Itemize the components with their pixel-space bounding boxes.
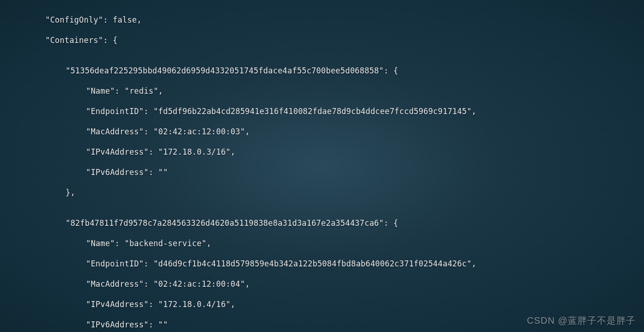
json-line: "MacAddress": "02:42:ac:12:00:03", xyxy=(0,127,644,137)
json-line: "Containers": { xyxy=(0,35,644,45)
json-line: "Name": "backend-service", xyxy=(0,238,644,248)
watermark-text: CSDN @蓝胖子不是胖子 xyxy=(527,315,636,326)
terminal-output: "ConfigOnly": false, "Containers": { "51… xyxy=(0,0,644,332)
json-line: "IPv4Address": "172.18.0.4/16", xyxy=(0,299,644,309)
json-line: "Name": "redis", xyxy=(0,86,644,96)
container-id: "82fb47811f7d9578c7a284563326d4620a51198… xyxy=(0,218,644,228)
json-line: "ConfigOnly": false, xyxy=(0,15,644,25)
container-id: "51356deaf225295bbd49062d6959d4332051745… xyxy=(0,66,644,76)
json-line: "IPv6Address": "" xyxy=(0,167,644,177)
json-line: "EndpointID": "d46d9cf1b4c4118d579859e4b… xyxy=(0,259,644,269)
json-line: "MacAddress": "02:42:ac:12:00:04", xyxy=(0,279,644,289)
json-line: "IPv4Address": "172.18.0.3/16", xyxy=(0,147,644,157)
json-line: }, xyxy=(0,187,644,198)
json-line: "EndpointID": "fd5df96b22ab4cd285941e316… xyxy=(0,106,644,116)
